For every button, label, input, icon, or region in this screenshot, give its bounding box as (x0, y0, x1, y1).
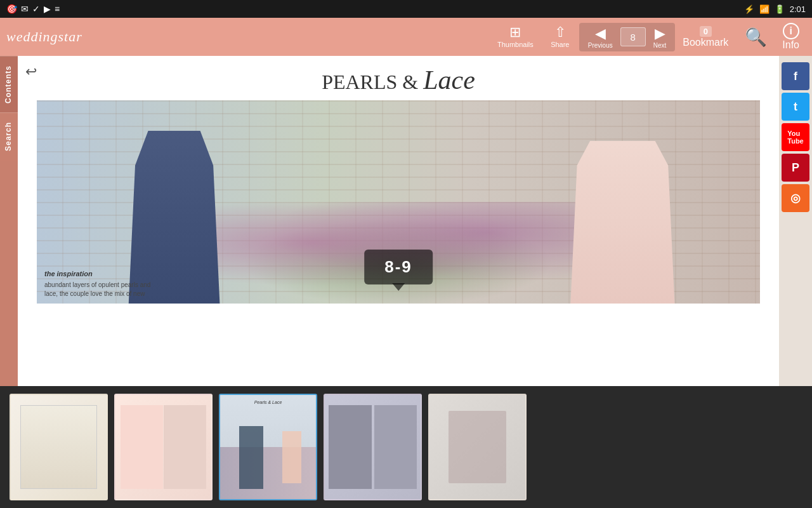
contents-tab[interactable]: Contents (0, 56, 18, 112)
bookmark-count: 0 (700, 26, 712, 37)
caption-area: the inspiration abundant layers of opule… (37, 264, 164, 304)
left-sidebar: Contents Search (0, 56, 18, 386)
page-content: ↩ PEARLS & Lace (18, 56, 779, 386)
rss-icon: ◎ (790, 191, 801, 205)
page-navigation: ◀ Previous ▶ Next (579, 23, 675, 51)
page-area: ↩ PEARLS & Lace (18, 56, 779, 386)
gmail-icon: ✉ (21, 4, 29, 14)
thumbnails-label: Thumbnails (497, 41, 534, 48)
page-number-overlay: 8-9 (364, 250, 433, 284)
toolbar: weddingstar ⊞ Thumbnails ⇧ Share ◀ Previ… (0, 18, 812, 56)
thumbnail-strip: Pearls & Lace (0, 386, 812, 508)
search-icon: 🔍 (745, 27, 767, 47)
wifi-icon: 📶 (759, 4, 769, 14)
previous-label: Previous (588, 42, 613, 49)
thumbnail-3-active[interactable]: Pearls & Lace (219, 394, 317, 500)
search-label: Search (4, 122, 13, 151)
thumbnail-5[interactable] (428, 394, 527, 500)
caption-body: abundant layers of opulent pearls and la… (44, 281, 156, 298)
play-icon: ▶ (44, 4, 51, 14)
thumbnail-1[interactable] (10, 394, 108, 500)
info-button[interactable]: i Info (776, 20, 806, 53)
share-label: Share (551, 41, 569, 48)
status-bar: 🎯 ✉ ✓ ▶ ≡ ⚡ 📶 🔋 2:01 (0, 0, 812, 18)
status-right-icons: ⚡ 📶 🔋 2:01 (744, 4, 806, 14)
brand-logo: weddingstar (6, 29, 82, 45)
next-icon: ▶ (655, 25, 665, 42)
bookmark-button[interactable]: 0 Bookmark (675, 23, 736, 51)
info-label: Info (782, 39, 799, 51)
next-label: Next (653, 42, 667, 49)
youtube-icon: YouTube (787, 130, 803, 145)
main-image: 8-9 the inspiration abundant layers of o… (37, 100, 760, 304)
next-button[interactable]: ▶ Next (648, 24, 672, 50)
share-icon: ⇧ (554, 25, 566, 39)
thumbnails-button[interactable]: ⊞ Thumbnails (490, 23, 541, 51)
title-cursive: Lace (423, 65, 475, 95)
pinterest-button[interactable]: P (782, 154, 809, 182)
rss-button[interactable]: ◎ (782, 184, 809, 212)
page-number-text: 8-9 (384, 257, 412, 276)
youtube-button[interactable]: YouTube (782, 123, 809, 151)
search-button[interactable]: 🔍 (736, 24, 776, 50)
bookmark-label: Bookmark (683, 37, 728, 48)
main-area: Contents Search ↩ PEARLS & Lace (0, 56, 812, 386)
back-arrow-button[interactable]: ↩ (25, 64, 37, 80)
lines-icon: ≡ (55, 4, 60, 14)
battery-icon: 🔋 (775, 4, 785, 14)
thumbnail-4[interactable] (324, 394, 422, 500)
clock: 2:01 (790, 4, 806, 14)
page-number-input[interactable] (620, 27, 646, 46)
app-icon: 🎯 (6, 4, 17, 14)
contents-label: Contents (4, 65, 13, 104)
thumb-inner-4 (325, 395, 421, 499)
facebook-button[interactable]: f (782, 62, 809, 90)
thumbnail-2[interactable] (114, 394, 213, 500)
page-title: PEARLS & Lace (18, 56, 779, 100)
share-button[interactable]: ⇧ Share (541, 23, 579, 51)
back-arrow-icon: ↩ (25, 64, 37, 79)
thumbnails-icon: ⊞ (509, 25, 521, 39)
pinterest-icon: P (792, 161, 799, 175)
overlay-arrow (392, 283, 405, 291)
status-left-icons: 🎯 ✉ ✓ ▶ ≡ (6, 4, 60, 14)
thumb-inner-3: Pearls & Lace (220, 395, 316, 499)
thumb-inner-5 (429, 395, 525, 499)
check-icon: ✓ (32, 4, 40, 14)
thumb-inner-1 (11, 395, 107, 499)
right-sidebar: f t YouTube P ◎ (779, 56, 812, 386)
title-text-part1: PEARLS & (322, 70, 423, 93)
facebook-icon: f (794, 70, 797, 83)
caption-italic: the inspiration (44, 270, 93, 277)
previous-button[interactable]: ◀ Previous (583, 24, 618, 50)
thumb-inner-2 (115, 395, 211, 499)
info-icon: i (783, 23, 799, 39)
caption-title: the inspiration (44, 269, 156, 279)
twitter-icon: t (794, 100, 797, 114)
twitter-button[interactable]: t (782, 93, 809, 121)
search-tab[interactable]: Search (0, 112, 18, 160)
previous-icon: ◀ (595, 25, 606, 42)
bluetooth-icon: ⚡ (744, 4, 754, 14)
